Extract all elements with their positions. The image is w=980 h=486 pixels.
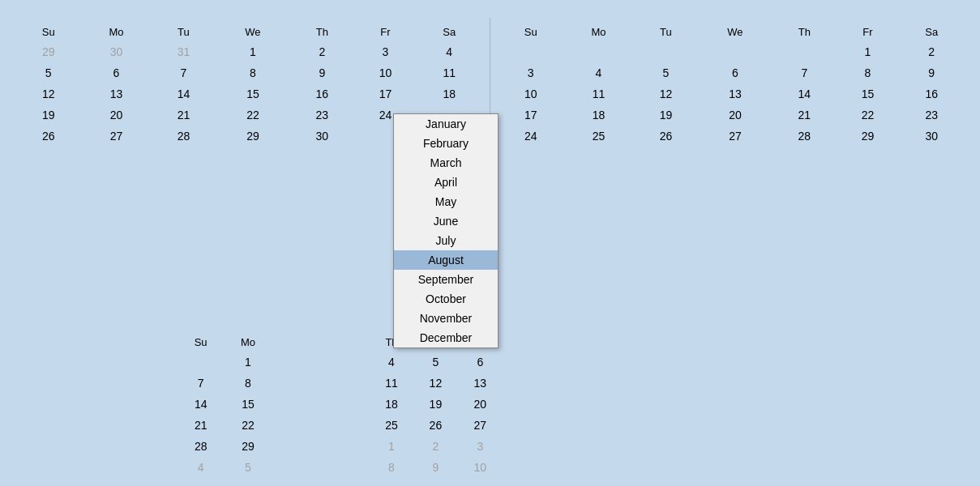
august-cell[interactable]: 10 xyxy=(458,457,503,478)
july-cell[interactable]: 13 xyxy=(698,83,773,104)
month-dropdown-item[interactable]: July xyxy=(394,231,498,250)
june-cell[interactable]: 2 xyxy=(290,41,353,62)
july-cell[interactable]: 12 xyxy=(634,83,697,104)
august-cell[interactable]: 12 xyxy=(413,373,457,394)
july-cell[interactable]: 17 xyxy=(499,104,563,126)
july-cell[interactable]: 3 xyxy=(499,62,563,83)
july-cell[interactable]: 14 xyxy=(772,83,836,104)
june-cell[interactable]: 12 xyxy=(16,83,80,104)
prev-arrow[interactable] xyxy=(16,8,32,15)
june-cell[interactable]: 20 xyxy=(80,104,152,126)
august-cell[interactable]: 26 xyxy=(413,415,457,436)
july-cell[interactable]: 19 xyxy=(634,104,697,126)
july-cell[interactable]: 23 xyxy=(900,104,964,126)
august-cell[interactable]: 4 xyxy=(178,457,223,478)
june-cell[interactable]: 29 xyxy=(216,126,291,147)
july-cell[interactable]: 10 xyxy=(499,83,563,104)
july-cell[interactable]: 2 xyxy=(900,41,964,62)
july-cell[interactable]: 1 xyxy=(836,41,899,62)
august-cell[interactable]: 25 xyxy=(370,415,413,436)
august-cell[interactable]: 1 xyxy=(370,436,413,457)
june-cell[interactable]: 27 xyxy=(80,126,152,147)
august-cell[interactable]: 21 xyxy=(178,415,223,436)
june-cell[interactable]: 31 xyxy=(152,41,215,62)
august-cell[interactable]: 15 xyxy=(223,394,272,415)
june-cell[interactable]: 30 xyxy=(290,126,353,147)
july-cell[interactable]: 24 xyxy=(499,126,563,147)
july-cell[interactable]: 7 xyxy=(772,62,836,83)
august-cell[interactable]: 5 xyxy=(223,457,272,478)
june-cell[interactable]: 8 xyxy=(216,62,291,83)
month-dropdown-item[interactable]: October xyxy=(394,289,498,309)
july-cell[interactable]: 18 xyxy=(563,104,634,126)
june-cell[interactable]: 9 xyxy=(290,62,353,83)
july-cell[interactable]: 26 xyxy=(634,126,697,147)
august-cell[interactable]: 20 xyxy=(458,394,503,415)
june-cell[interactable]: 3 xyxy=(353,41,417,62)
august-cell[interactable]: 8 xyxy=(370,457,413,478)
june-cell[interactable]: 7 xyxy=(152,62,215,83)
june-cell[interactable]: 13 xyxy=(80,83,152,104)
july-cell[interactable]: 25 xyxy=(563,126,634,147)
august-cell[interactable]: 28 xyxy=(178,436,223,457)
august-cell[interactable]: 27 xyxy=(458,415,503,436)
june-cell[interactable]: 28 xyxy=(152,126,215,147)
june-cell[interactable]: 26 xyxy=(16,126,80,147)
july-cell[interactable]: 8 xyxy=(836,62,899,83)
june-cell[interactable]: 4 xyxy=(417,41,481,62)
august-cell[interactable]: 4 xyxy=(370,352,413,373)
july-cell[interactable]: 21 xyxy=(772,104,836,126)
july-cell[interactable]: 9 xyxy=(900,62,964,83)
june-cell[interactable]: 6 xyxy=(80,62,152,83)
august-cell[interactable]: 7 xyxy=(178,373,223,394)
august-cell[interactable]: 19 xyxy=(413,394,457,415)
month-dropdown-item[interactable]: February xyxy=(394,134,498,153)
month-dropdown-item[interactable]: September xyxy=(394,270,498,289)
june-cell[interactable]: 5 xyxy=(16,62,80,83)
july-cell[interactable]: 29 xyxy=(836,126,899,147)
month-dropdown-item[interactable]: March xyxy=(394,153,498,173)
june-cell[interactable]: 29 xyxy=(16,41,80,62)
next-arrow[interactable] xyxy=(948,8,964,15)
august-cell[interactable]: 14 xyxy=(178,394,223,415)
july-cell[interactable]: 15 xyxy=(836,83,899,104)
june-cell[interactable]: 18 xyxy=(417,83,481,104)
month-dropdown-item[interactable]: January xyxy=(394,114,498,134)
june-cell[interactable]: 15 xyxy=(216,83,291,104)
month-dropdown-item[interactable]: April xyxy=(394,173,498,192)
august-cell[interactable]: 6 xyxy=(458,352,503,373)
june-cell[interactable]: 17 xyxy=(353,83,417,104)
july-cell[interactable]: 20 xyxy=(698,104,773,126)
july-cell[interactable]: 11 xyxy=(563,83,634,104)
july-cell[interactable]: 28 xyxy=(772,126,836,147)
august-cell[interactable]: 11 xyxy=(370,373,413,394)
july-cell[interactable]: 27 xyxy=(698,126,773,147)
june-cell[interactable]: 1 xyxy=(216,41,291,62)
august-cell[interactable]: 22 xyxy=(223,415,272,436)
june-cell[interactable]: 16 xyxy=(290,83,353,104)
july-cell[interactable]: 30 xyxy=(900,126,964,147)
august-cell[interactable]: 29 xyxy=(223,436,272,457)
month-dropdown-item[interactable]: June xyxy=(394,211,498,231)
month-dropdown-item[interactable]: December xyxy=(394,328,498,347)
august-cell[interactable]: 9 xyxy=(413,457,457,478)
july-cell[interactable]: 5 xyxy=(634,62,697,83)
month-dropdown-item[interactable]: August xyxy=(394,250,498,270)
june-cell[interactable]: 14 xyxy=(152,83,215,104)
august-cell[interactable]: 18 xyxy=(370,394,413,415)
august-cell[interactable]: 1 xyxy=(223,352,272,373)
june-cell[interactable]: 22 xyxy=(216,104,291,126)
august-cell[interactable]: 2 xyxy=(413,436,457,457)
july-cell[interactable]: 16 xyxy=(900,83,964,104)
august-cell[interactable]: 8 xyxy=(223,373,272,394)
july-cell[interactable]: 6 xyxy=(698,62,773,83)
august-cell[interactable]: 5 xyxy=(413,352,457,373)
june-cell[interactable]: 30 xyxy=(80,41,152,62)
june-cell[interactable]: 10 xyxy=(353,62,417,83)
june-cell[interactable]: 11 xyxy=(417,62,481,83)
month-dropdown-item[interactable]: November xyxy=(394,309,498,328)
june-cell[interactable]: 23 xyxy=(290,104,353,126)
july-cell[interactable]: 22 xyxy=(836,104,899,126)
august-cell[interactable]: 3 xyxy=(458,436,503,457)
august-cell[interactable]: 13 xyxy=(458,373,503,394)
